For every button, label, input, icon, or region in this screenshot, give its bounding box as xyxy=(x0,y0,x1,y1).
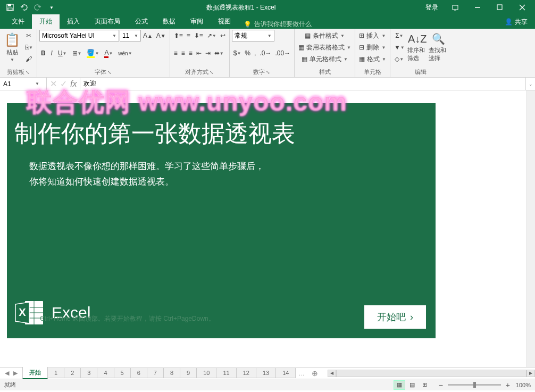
align-top-button[interactable]: ⬆≡ xyxy=(172,30,185,41)
sheet-tab-9[interactable]: 9 xyxy=(180,368,197,378)
format-cells-button[interactable]: ▦格式▼ xyxy=(357,53,388,65)
redo-button[interactable] xyxy=(32,2,44,13)
delete-cells-button[interactable]: ⊟删除▼ xyxy=(357,41,388,53)
ribbon-options-button[interactable] xyxy=(445,0,466,15)
decrease-font-button[interactable]: A▼ xyxy=(155,30,168,41)
tab-formulas[interactable]: 公式 xyxy=(128,14,155,29)
increase-font-button[interactable]: A▲ xyxy=(141,30,154,41)
alignment-launcher[interactable]: ⤡ xyxy=(210,70,214,75)
sort-filter-button[interactable]: A↓Z 排序和筛选 xyxy=(407,30,428,65)
tell-me-search[interactable]: 💡 告诉我你想要做什么 xyxy=(238,20,317,29)
chevron-down-icon[interactable]: ▼ xyxy=(35,81,39,86)
align-left-button[interactable]: ≡ xyxy=(172,47,179,59)
tab-home[interactable]: 开始 xyxy=(32,14,60,29)
orientation-button[interactable]: ↗▼ xyxy=(205,30,218,41)
formula-input[interactable]: 欢迎 xyxy=(80,78,525,90)
align-bottom-button[interactable]: ⬇≡ xyxy=(193,30,205,41)
zoom-out-button[interactable]: − xyxy=(437,381,445,389)
sheet-tab-1[interactable]: 1 xyxy=(47,368,64,378)
underline-button[interactable]: U▼ xyxy=(56,47,69,59)
accept-formula-button[interactable]: ✓ xyxy=(60,79,67,89)
start-button[interactable]: 开始吧 › xyxy=(364,305,426,329)
normal-view-button[interactable]: ▦ xyxy=(394,380,405,390)
sheet-tab-11[interactable]: 11 xyxy=(216,368,236,378)
tab-insert[interactable]: 插入 xyxy=(60,14,87,29)
save-button[interactable] xyxy=(4,2,16,13)
cut-button[interactable]: ✂ xyxy=(23,30,35,41)
sheet-tab-10[interactable]: 10 xyxy=(196,368,216,378)
align-right-button[interactable]: ≡ xyxy=(187,47,194,59)
align-center-button[interactable]: ≡ xyxy=(180,47,187,59)
find-select-button[interactable]: 🔍 查找和选择 xyxy=(429,30,449,65)
zoom-track[interactable] xyxy=(448,384,501,386)
page-break-view-button[interactable]: ⊞ xyxy=(419,380,431,390)
fill-color-button[interactable]: 🪣▼ xyxy=(85,47,101,59)
tab-page-layout[interactable]: 页面布局 xyxy=(87,14,128,29)
vertical-scrollbar[interactable] xyxy=(526,90,535,367)
scroll-left-button[interactable]: ◀ xyxy=(328,370,336,377)
font-color-button[interactable]: A▼ xyxy=(103,47,114,59)
insert-cells-button[interactable]: ⊞插入▼ xyxy=(357,30,388,41)
wrap-text-button[interactable]: ↩ xyxy=(219,30,227,41)
cancel-formula-button[interactable]: ✕ xyxy=(50,79,57,89)
worksheet-area[interactable]: 制作你的第一张数据透视表 数据透视表不像你想的那样困难。学习了这些简单步骤后， … xyxy=(0,90,535,367)
conditional-format-button[interactable]: ▦条件格式▼ xyxy=(297,30,353,41)
sheet-tab-8[interactable]: 8 xyxy=(163,368,180,378)
horizontal-scrollbar[interactable]: ◀ ▶ xyxy=(328,370,535,377)
minimize-button[interactable] xyxy=(467,0,488,15)
tab-view[interactable]: 视图 xyxy=(211,14,238,29)
font-size-combo[interactable]: 11▼ xyxy=(120,30,141,41)
italic-button[interactable]: I xyxy=(49,47,54,59)
share-button[interactable]: 👤 共享 xyxy=(497,15,535,29)
expand-formula-button[interactable]: ⌄ xyxy=(525,78,535,90)
align-middle-button[interactable]: ≡ xyxy=(185,30,192,41)
format-painter-button[interactable]: 🖌 xyxy=(23,53,35,65)
number-format-combo[interactable]: 常规▼ xyxy=(232,30,274,41)
sheet-tab-5[interactable]: 5 xyxy=(114,368,131,378)
increase-indent-button[interactable]: ⇥ xyxy=(204,47,212,59)
sheet-tab-start[interactable]: 开始 xyxy=(22,367,48,379)
copy-button[interactable]: ⎘▼ xyxy=(23,41,35,53)
percent-button[interactable]: % xyxy=(243,47,252,59)
bold-button[interactable]: B xyxy=(39,47,47,59)
scroll-right-button[interactable]: ▶ xyxy=(526,370,535,377)
decrease-decimal-button[interactable]: .00→ xyxy=(273,47,292,59)
sheet-tab-2[interactable]: 2 xyxy=(64,368,81,378)
decrease-indent-button[interactable]: ⇤ xyxy=(195,47,203,59)
currency-button[interactable]: $▼ xyxy=(232,47,243,59)
cell-reference-input[interactable] xyxy=(3,80,35,88)
fill-button[interactable]: ▼▼ xyxy=(392,41,406,53)
login-button[interactable]: 登录 xyxy=(420,3,444,12)
clear-button[interactable]: ◇▼ xyxy=(392,53,406,65)
cell-styles-button[interactable]: ▦单元格样式▼ xyxy=(297,53,353,65)
merge-button[interactable]: ⬌▼ xyxy=(213,47,225,59)
page-layout-view-button[interactable]: ▤ xyxy=(406,380,418,390)
maximize-button[interactable] xyxy=(489,0,511,15)
sheet-tab-6[interactable]: 6 xyxy=(130,368,147,378)
phonetic-button[interactable]: wén▼ xyxy=(116,47,133,59)
zoom-thumb[interactable] xyxy=(473,382,476,388)
tab-review[interactable]: 审阅 xyxy=(183,14,211,29)
name-box[interactable]: ▼ xyxy=(0,78,47,90)
fx-button[interactable]: fx xyxy=(70,79,77,89)
undo-button[interactable] xyxy=(18,2,30,13)
font-name-combo[interactable]: Microsoft YaHei UI▼ xyxy=(39,30,119,41)
font-launcher[interactable]: ⤡ xyxy=(107,70,112,75)
qat-customize[interactable]: ▼ xyxy=(46,2,57,13)
increase-decimal-button[interactable]: .0→ xyxy=(258,47,273,59)
tab-data[interactable]: 数据 xyxy=(155,14,183,29)
clipboard-launcher[interactable]: ⤡ xyxy=(26,70,30,75)
border-button[interactable]: ⊞▼ xyxy=(71,47,83,59)
sheet-tab-4[interactable]: 4 xyxy=(97,368,114,378)
format-table-button[interactable]: ▦套用表格格式▼ xyxy=(297,41,353,53)
sheet-tab-7[interactable]: 7 xyxy=(147,368,164,378)
sheet-tab-14[interactable]: 14 xyxy=(275,368,296,378)
zoom-level[interactable]: 100% xyxy=(516,382,531,388)
add-sheet-button[interactable]: ⊕ xyxy=(307,369,322,378)
paste-button[interactable]: 📋 粘贴 ▼ xyxy=(2,30,22,65)
tab-nav-next[interactable]: ▶ xyxy=(12,370,19,377)
sheet-tab-13[interactable]: 13 xyxy=(256,368,276,378)
comma-button[interactable]: , xyxy=(253,47,257,59)
tab-nav-prev[interactable]: ◀ xyxy=(3,370,11,377)
number-launcher[interactable]: ⤡ xyxy=(266,70,270,75)
